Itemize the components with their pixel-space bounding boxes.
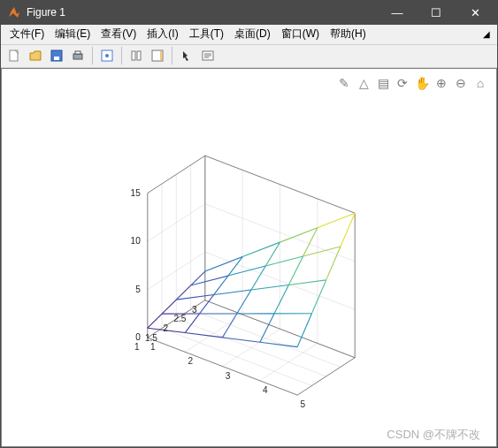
arrow-icon[interactable]	[177, 46, 196, 65]
svg-text:1.5: 1.5	[145, 333, 157, 343]
svg-line-83	[265, 256, 303, 266]
svg-text:0: 0	[135, 332, 141, 342]
new-icon[interactable]	[4, 46, 24, 65]
svg-line-80	[288, 280, 326, 285]
zoom-out-icon[interactable]: ⊖	[452, 74, 470, 92]
svg-rect-7	[132, 51, 135, 60]
menubar-dropdown[interactable]: ◢	[479, 29, 494, 39]
data-tips-icon[interactable]: ▤	[374, 74, 392, 92]
svg-text:10: 10	[131, 236, 142, 246]
svg-line-63	[288, 256, 303, 285]
svg-line-40	[148, 338, 297, 395]
svg-line-49	[148, 314, 162, 328]
svg-line-51	[176, 285, 190, 300]
menu-window[interactable]: 窗口(W)	[276, 25, 325, 43]
edit-plot-icon[interactable]	[97, 46, 117, 65]
svg-line-70	[185, 333, 222, 338]
menu-desktop[interactable]: 桌面(D)	[229, 25, 276, 43]
axes-3d[interactable]: ✎ △ ▤ ⟳ ✋ ⊕ ⊖ ⌂ 05101511.522.5312345 CSD…	[1, 68, 497, 447]
window-title: Figure 1	[27, 6, 378, 19]
matlab-icon	[7, 5, 21, 19]
watermark: CSDN @不牌不改	[387, 427, 480, 443]
save-icon[interactable]	[47, 46, 66, 65]
svg-line-65	[297, 314, 311, 347]
svg-line-61	[260, 314, 274, 342]
surface-plot: 05101511.522.5312345	[2, 69, 496, 446]
menubar: 文件(F) 编辑(E) 查看(V) 插入(I) 工具(T) 桌面(D) 窗口(W…	[1, 25, 497, 45]
brush-icon[interactable]: ✎	[335, 74, 353, 92]
toolbar-separator	[121, 47, 122, 65]
toolbar-separator	[92, 47, 93, 65]
menu-help[interactable]: 帮助(H)	[325, 25, 372, 43]
svg-line-58	[237, 290, 251, 314]
print-icon[interactable]	[68, 46, 88, 65]
menu-view[interactable]: 查看(V)	[96, 25, 142, 43]
svg-line-78	[214, 290, 251, 295]
menu-file[interactable]: 文件(F)	[4, 25, 50, 43]
svg-point-6	[105, 54, 109, 57]
svg-text:3: 3	[226, 371, 231, 381]
menu-edit[interactable]: 编辑(E)	[50, 25, 96, 43]
svg-line-86	[242, 242, 280, 256]
svg-line-77	[176, 295, 213, 300]
plot-toolbar: ✎ △ ▤ ⟳ ✋ ⊕ ⊖ ⌂	[335, 74, 489, 92]
zoom-in-icon[interactable]: ⊕	[433, 74, 450, 92]
svg-text:2: 2	[188, 356, 193, 366]
svg-rect-4	[75, 51, 80, 54]
open-icon[interactable]	[26, 46, 45, 65]
svg-line-71	[223, 338, 260, 342]
toolbar-separator	[172, 47, 172, 65]
rotate-icon[interactable]: ⟳	[394, 74, 411, 92]
svg-rect-10	[160, 51, 162, 60]
svg-text:1: 1	[150, 342, 156, 352]
colorbar-icon[interactable]	[148, 46, 167, 65]
svg-text:1: 1	[134, 342, 140, 352]
svg-text:15: 15	[131, 188, 142, 198]
svg-line-50	[162, 300, 176, 314]
minimize-button[interactable]: —	[378, 0, 417, 25]
svg-rect-2	[54, 57, 59, 60]
svg-text:4: 4	[263, 385, 268, 395]
svg-text:5: 5	[300, 399, 305, 409]
pan-icon[interactable]: ✋	[413, 74, 431, 92]
menu-tools[interactable]: 工具(T)	[184, 25, 229, 43]
menu-insert[interactable]: 插入(I)	[142, 25, 183, 43]
svg-line-38	[191, 309, 341, 367]
svg-line-79	[251, 285, 288, 290]
svg-text:5: 5	[135, 285, 141, 294]
insert-text-icon[interactable]	[198, 46, 218, 65]
svg-text:2: 2	[163, 323, 168, 333]
svg-line-84	[303, 247, 341, 256]
svg-rect-3	[73, 54, 82, 59]
link-icon[interactable]	[126, 46, 146, 65]
svg-text:3: 3	[192, 305, 197, 315]
svg-line-72	[260, 342, 297, 346]
toolbar	[1, 45, 497, 68]
svg-text:2.5: 2.5	[173, 314, 186, 323]
svg-line-57	[223, 314, 237, 338]
roi-icon[interactable]: △	[355, 74, 372, 92]
close-button[interactable]: ✕	[456, 0, 494, 25]
svg-line-43	[297, 358, 355, 395]
maximize-button[interactable]: ☐	[417, 0, 456, 25]
svg-line-66	[311, 280, 326, 314]
svg-line-36	[162, 329, 311, 386]
svg-line-54	[199, 295, 213, 314]
svg-line-37	[176, 319, 326, 376]
svg-line-67	[326, 247, 341, 280]
svg-rect-8	[137, 51, 141, 60]
restore-view-icon[interactable]: ⌂	[471, 74, 489, 92]
svg-line-62	[274, 285, 288, 313]
svg-line-82	[228, 266, 265, 276]
